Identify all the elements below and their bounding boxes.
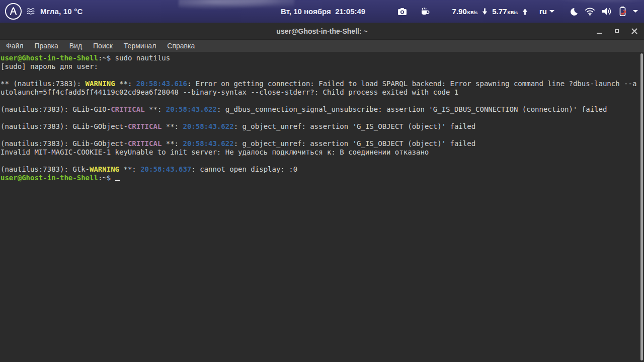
terminal-line: (nautilus:7383): GLib-GObject-CRITICAL *…: [1, 139, 639, 148]
terminal-line: (nautilus:7383): GLib-GObject-CRITICAL *…: [1, 122, 639, 131]
net-download-value: 7.90: [452, 7, 467, 16]
terminal-window-titlebar[interactable]: user@Ghost-in-the-Shell: ~: [0, 23, 644, 40]
weather-widget[interactable]: Мгла, 10 °C: [27, 7, 83, 16]
close-button[interactable]: [631, 28, 638, 35]
terminal-line: [1, 97, 639, 105]
panel-left-group: Мгла, 10 °C: [5, 0, 83, 23]
menu-item-file[interactable]: Файл: [1, 40, 29, 52]
terminal-menubar: Файл Правка Вид Поиск Терминал Справка: [0, 40, 644, 52]
alt-linux-logo-icon: [8, 6, 19, 17]
night-mode-moon-icon[interactable]: [569, 7, 578, 16]
net-upload-unit: KB/s: [507, 10, 518, 15]
terminal-line: [1, 157, 639, 165]
volume-icon[interactable]: [602, 7, 612, 16]
close-icon: [631, 28, 637, 34]
terminal-line: (nautilus:7383): GLib-GIO-CRITICAL **: 2…: [1, 105, 639, 114]
mist-icon: [27, 8, 36, 15]
minimize-icon: [597, 33, 602, 34]
terminal-line: Invalid MIT-MAGIC-COOKIE-1 keyUnable to …: [1, 148, 639, 157]
maximize-button[interactable]: [613, 28, 620, 35]
terminal-line: [1, 114, 639, 122]
camera-icon: [397, 8, 407, 16]
terminal-line: [sudo] пароль для user:: [1, 62, 639, 71]
keyboard-layout-label: ru: [539, 7, 547, 16]
caffeine-button[interactable]: [421, 0, 431, 23]
distro-menu-button[interactable]: [5, 3, 22, 20]
network-speed-widget[interactable]: 7.90KB/s 5.77KB/s: [452, 7, 528, 16]
menu-item-help[interactable]: Справка: [162, 40, 200, 52]
weather-label: Мгла, 10 °C: [40, 7, 83, 16]
net-upload-value: 5.77: [492, 7, 507, 16]
tray-chevron-down-icon[interactable]: [633, 10, 638, 13]
coffee-cup-icon: [421, 7, 431, 16]
window-title: user@Ghost-in-the-Shell: ~: [276, 27, 367, 35]
terminal-line: user@Ghost-in-the-Shell:~$ sudo nautilus: [1, 54, 639, 62]
desktop-top-panel: Мгла, 10 °C Вт, 10 ноября 21:05:49 7.90K…: [0, 0, 644, 23]
terminal-line: [1, 131, 639, 139]
terminal-line: utolaunch=5ff4cfadd5ff44119c02cd9ea6f280…: [1, 88, 639, 97]
panel-cloud-texture: [179, 0, 294, 11]
chevron-down-icon: [549, 10, 554, 13]
clock-widget[interactable]: Вт, 10 ноября 21:05:49: [281, 0, 365, 23]
minimize-button[interactable]: [596, 28, 603, 35]
download-arrow-icon: [482, 8, 488, 15]
terminal-screen[interactable]: user@Ghost-in-the-Shell:~$ sudo nautilus…: [0, 52, 644, 362]
system-tray: [569, 6, 638, 17]
terminal-line: user@Ghost-in-the-Shell:~$: [1, 174, 639, 182]
panel-right-group: 7.90KB/s 5.77KB/s ru: [452, 0, 638, 23]
wifi-icon[interactable]: [585, 7, 595, 16]
menu-item-terminal[interactable]: Терминал: [118, 40, 162, 52]
keyboard-layout-switcher[interactable]: ru: [539, 7, 554, 16]
maximize-icon: [615, 29, 619, 33]
terminal-line: ** (nautilus:7383): WARNING **: 20:58:43…: [1, 80, 639, 88]
menu-item-search[interactable]: Поиск: [88, 40, 118, 52]
screenshot-button[interactable]: [397, 0, 407, 23]
scrollbar-thumb[interactable]: [640, 53, 643, 360]
menu-item-view[interactable]: Вид: [64, 40, 88, 52]
menu-item-edit[interactable]: Правка: [29, 40, 63, 52]
net-download-unit: KB/s: [467, 10, 478, 15]
terminal-cursor: [115, 180, 120, 181]
terminal-line: [1, 71, 639, 80]
battery-icon[interactable]: [619, 6, 626, 17]
upload-arrow-icon: [522, 8, 528, 15]
window-controls: [596, 23, 638, 40]
terminal-line: (nautilus:7383): Gtk-WARNING **: 20:58:4…: [1, 165, 639, 174]
